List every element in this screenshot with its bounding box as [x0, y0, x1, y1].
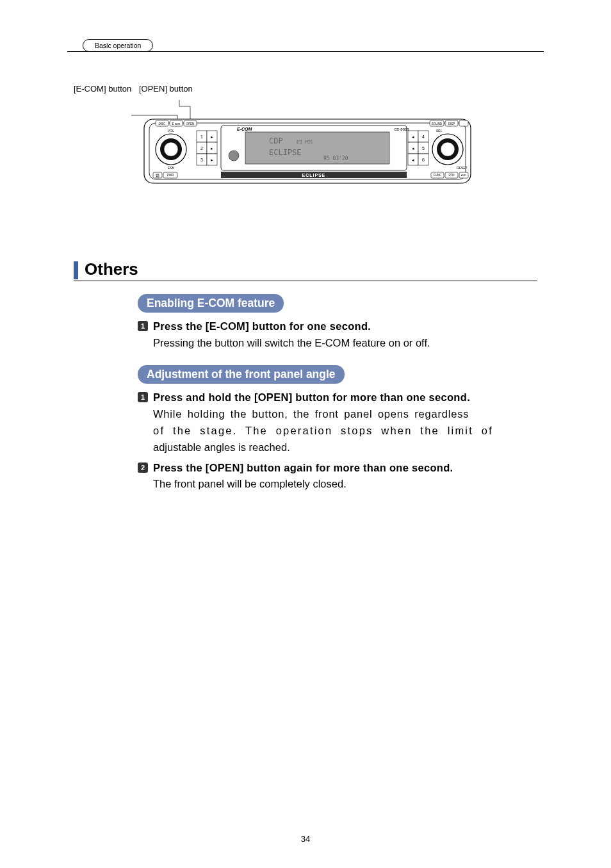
vol-label: VOL [168, 129, 174, 133]
svg-text:5: 5 [422, 146, 425, 151]
am-button: AM [156, 176, 159, 178]
open-button: OPEN [186, 122, 195, 126]
lcd-small2: 95 03'20 [323, 156, 348, 161]
ecom-button: E com [172, 122, 181, 126]
callout-ecom: [E-COM] button [74, 84, 131, 94]
button-callouts: [E-COM] button [OPEN] button [74, 84, 537, 94]
pwr-button: PWR [167, 174, 174, 177]
svg-point-30 [229, 151, 239, 161]
eclipse-logo: ECLIPSE [302, 173, 326, 177]
reset-label: RESET [457, 166, 468, 170]
lcd-small1: EQ POS [297, 140, 313, 145]
preset-buttons: 1 2 3 ▸ ▸ ▸ [197, 131, 217, 165]
disp-button: DISP [448, 122, 455, 126]
step-number-icon: 2 [138, 463, 148, 473]
step-text: of the stage. The operation stops when t… [153, 423, 537, 439]
step-text: The front panel will be completely close… [153, 477, 537, 492]
lcd-line1: CDP [269, 136, 283, 145]
esn-label: ESN [168, 166, 175, 170]
section-accent-bar [74, 261, 78, 279]
preset-buttons-right: ◂ ◂ ◂ 4 5 6 [408, 131, 428, 165]
svg-text:2: 2 [200, 146, 203, 151]
subsection-pill-ecom: Enabling E-COM feature [138, 294, 284, 313]
svg-point-10 [164, 142, 178, 156]
step-heading: Press the [OPEN] button again for more t… [153, 461, 537, 476]
svg-rect-29 [245, 132, 389, 164]
svg-text:▸: ▸ [211, 146, 213, 151]
subsection-pill-angle: Adjustment of the front panel angle [138, 365, 345, 384]
sound-button: SOUND [432, 122, 443, 126]
rtn-button: RTN [448, 174, 454, 177]
svg-text:▸: ▸ [211, 135, 213, 139]
aud-button: AUD [461, 174, 467, 177]
svg-text:◂: ◂ [412, 158, 414, 162]
section-header: Others [74, 259, 537, 281]
model-label: CD 8053 [394, 127, 409, 131]
svg-text:1: 1 [200, 135, 203, 139]
svg-text:◂: ◂ [412, 135, 414, 139]
step-text: Pressing the button will switch the E-CO… [153, 336, 537, 351]
step-text: adjustable angles is reached. [153, 440, 537, 455]
svg-text:6: 6 [422, 158, 425, 162]
step-text: While holding the button, the front pane… [153, 407, 537, 422]
svg-text:◂: ◂ [412, 146, 414, 151]
svg-point-46 [441, 142, 455, 156]
svg-rect-49 [459, 120, 468, 126]
lcd-line2: ECLIPSE [269, 148, 302, 157]
breadcrumb: Basic operation [83, 39, 153, 52]
sel-label: SEL [436, 129, 443, 133]
svg-text:3: 3 [200, 158, 203, 162]
step-number-icon: 1 [138, 321, 148, 331]
svg-text:4: 4 [422, 135, 425, 139]
device-illustration: VOL ESN DISC E com OPEN FM AM PWR 1 2 3 … [131, 100, 537, 192]
svg-text:▸: ▸ [211, 158, 213, 162]
page-number: 34 [301, 834, 310, 844]
brand-label: E-COM [237, 127, 252, 131]
disc-button: DISC [159, 122, 167, 126]
step-number-icon: 1 [138, 392, 148, 402]
step-heading: Press the [E-COM] button for one second. [153, 319, 537, 334]
callout-open: [OPEN] button [139, 84, 193, 94]
section-title: Others [85, 259, 138, 279]
func-button: FUNC [434, 174, 442, 177]
step-heading: Press and hold the [OPEN] button for mor… [153, 390, 537, 405]
